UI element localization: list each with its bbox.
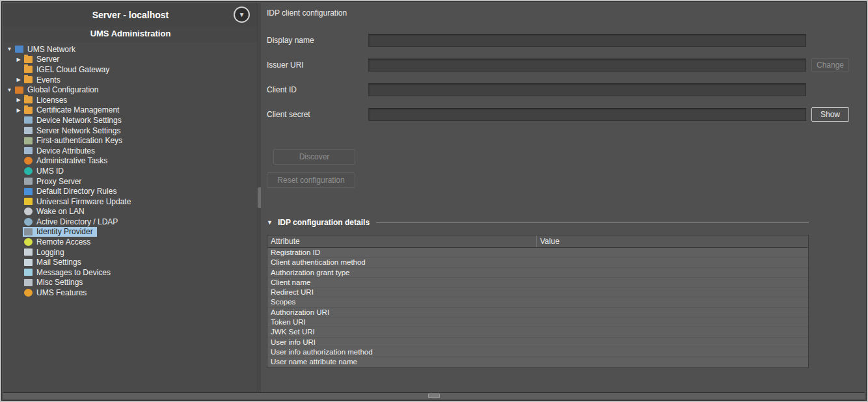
sidebar-item-global-configuration[interactable]: ▼Global Configuration [3,85,258,95]
tree-item-content: Mail Settings [23,257,85,267]
sidebar-item-universal-firmware-update[interactable]: Universal Firmware Update [3,196,258,207]
table-row-registration-id[interactable]: Registration ID [267,248,808,258]
sidebar-item-label: Misc Settings [36,278,83,287]
value-cell [537,297,808,306]
client-id-input[interactable] [368,83,806,96]
server-network-settings-icon [24,127,33,134]
expand-arrow-icon[interactable]: ▶ [14,77,23,83]
sidebar-item-server-network-settings[interactable]: Server Network Settings [3,126,258,136]
collapse-section-icon[interactable]: ▼ [267,219,273,226]
display-name-label: Display name [267,36,368,45]
expand-arrow-icon[interactable]: ▶ [14,97,23,103]
value-cell [537,338,808,347]
sidebar-item-label: First-authentication Keys [36,136,122,145]
bottom-splitter-handle[interactable] [428,394,440,398]
ums-features-icon [24,289,33,297]
table-row-token-uri[interactable]: Token URI [267,317,808,327]
sidebar-item-ums-network[interactable]: ▼UMS Network [3,44,258,55]
table-row-authorization-grant-type[interactable]: Authorization grant type [267,268,808,278]
client-secret-input[interactable] [368,108,806,121]
sidebar-item-remote-access[interactable]: Remote Access [3,237,258,247]
sidebar-item-default-directory-rules[interactable]: Default Directory Rules [3,186,258,196]
change-button[interactable]: Change [811,58,849,72]
sidebar-item-messages-to-devices[interactable]: Messages to Devices [3,267,258,278]
sidebar-item-label: Mail Settings [36,258,81,267]
mail-settings-icon [24,259,33,266]
sidebar-item-proxy-server[interactable]: Proxy Server [3,176,258,187]
client-id-row: Client ID [267,83,849,97]
sidebar-item-device-network-settings[interactable]: Device Network Settings [3,115,258,126]
logging-icon [24,248,33,256]
attribute-cell: Authorization URI [267,308,537,317]
column-header-value[interactable]: Value [537,235,808,247]
details-header: ▼ IDP configuration details [267,218,809,227]
sidebar-item-server[interactable]: ▶Server [3,55,258,65]
folder-icon [24,66,33,73]
sidebar-item-first-authentication-keys[interactable]: First-authentication Keys [3,135,258,146]
sidebar-item-events[interactable]: ▶Events [3,75,258,85]
sidebar-item-mail-settings[interactable]: Mail Settings [3,257,258,267]
sidebar-item-active-directory-ldap[interactable]: Active Directory / LDAP [3,217,258,227]
tree-item-content: Universal Firmware Update [23,196,135,207]
sidebar-item-igel-cloud-gateway[interactable]: IGEL Cloud Gateway [3,64,258,75]
column-header-attribute[interactable]: Attribute [267,235,537,247]
table-body: Registration IDClient authentication met… [267,248,808,368]
sidebar-item-label: Licenses [36,96,67,105]
folder-icon [24,96,33,103]
collapse-arrow-icon[interactable]: ▼ [5,46,14,52]
table-row-user-info-authorization-method[interactable]: User info authorization method [267,347,808,357]
value-cell [537,268,808,277]
proxy-server-icon [24,178,33,185]
sidebar-item-label: Certificate Management [36,105,119,114]
sidebar-item-administrative-tasks[interactable]: Administrative Tasks [3,156,258,167]
sidebar-item-ums-id[interactable]: UMS ID [3,166,258,176]
reset-configuration-button[interactable]: Reset configuration [267,172,355,188]
table-row-user-name-attribute-name[interactable]: User name attribute name [267,357,808,367]
attribute-cell: User info URI [267,338,537,347]
sidebar-item-wake-on-lan[interactable]: Wake on LAN [3,207,258,217]
tree-item-content: Server Network Settings [23,126,124,136]
value-cell [537,278,808,287]
value-cell [537,248,808,257]
discover-button[interactable]: Discover [273,149,355,165]
expand-arrow-icon[interactable]: ▶ [14,107,23,113]
sidebar-item-certificate-management[interactable]: ▶Certificate Management [3,105,258,116]
table-row-scopes[interactable]: Scopes [267,297,808,307]
client-secret-label: Client secret [267,110,368,119]
issuer-uri-input[interactable] [368,59,806,72]
show-button[interactable]: Show [811,107,849,122]
table-row-user-info-uri[interactable]: User info URI [267,338,808,347]
sidebar-item-identity-provider[interactable]: Identity Provider [3,227,258,237]
sidebar-item-label: Default Directory Rules [36,187,116,196]
tree-item-content: Licenses [23,95,71,105]
collapse-arrow-icon[interactable]: ▼ [5,87,14,93]
sidebar-item-ums-features[interactable]: UMS Features [3,288,258,298]
active-directory-ldap-icon [24,218,33,226]
table-row-jwk-set-uri[interactable]: JWK Set URI [267,327,808,337]
tree-item-content: UMS Network [14,44,79,55]
navigation-tree: ▼UMS Network▶ServerIGEL Cloud Gateway▶Ev… [3,42,258,298]
expand-arrow-icon[interactable]: ▶ [14,57,23,62]
server-dropdown-button[interactable]: ▼ [234,7,250,23]
table-row-client-name[interactable]: Client name [267,278,808,288]
tree-item-content: Events [23,75,64,85]
tree-item-content: Logging [23,247,68,258]
value-cell [537,308,808,317]
client-secret-row: Client secret Show [267,107,849,122]
sidebar-item-licenses[interactable]: ▶Licenses [3,95,258,105]
sidebar-item-device-attributes[interactable]: Device Attributes [3,146,258,156]
table-row-authorization-uri[interactable]: Authorization URI [267,308,808,317]
default-directory-rules-icon [24,188,33,195]
sidebar-item-label: Wake on LAN [36,207,85,216]
table-row-client-authentication-method[interactable]: Client authentication method [267,258,808,267]
sidebar-item-label: Proxy Server [36,177,81,186]
table-row-redirect-uri[interactable]: Redirect URI [267,288,808,297]
tree-item-content: Default Directory Rules [23,186,120,196]
tree-item-content: Certificate Management [23,105,123,116]
attribute-cell: Redirect URI [267,288,537,297]
sidebar-item-logging[interactable]: Logging [3,247,258,258]
issuer-uri-label: Issuer URI [267,60,368,70]
sidebar-item-label: Identity Provider [36,227,93,236]
display-name-input[interactable] [368,34,806,47]
sidebar-item-misc-settings[interactable]: Misc Settings [3,278,258,288]
